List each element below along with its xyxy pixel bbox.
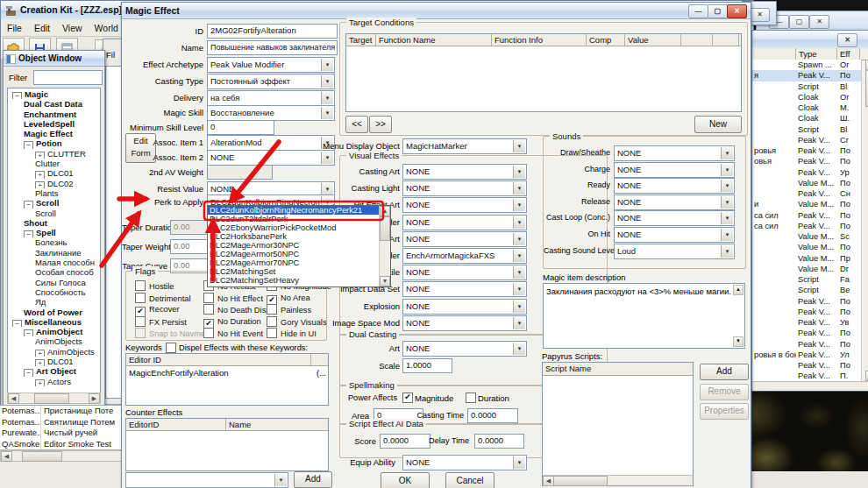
effect-row[interactable]: яPeak V...По [752, 70, 861, 81]
tree-item-dual-cast-data[interactable]: Dual Cast Data [11, 99, 100, 109]
magic-skill-combo[interactable]: Восстановление▼ [207, 105, 335, 121]
tree-item-animobjects[interactable]: AnimObjects [11, 336, 100, 346]
condition-new-button[interactable]: New [694, 116, 742, 133]
effect-row[interactable]: Peak V...По [752, 339, 861, 350]
visual-effect-combo-hit-effect-art[interactable]: NONE▼ [402, 197, 527, 213]
perk-option-dlc2ebonywarriorpickpocketmod[interactable]: DLC2EbonyWarriorPickPocketMod [208, 223, 380, 232]
checkbox-no-death-dispel[interactable] [203, 304, 214, 315]
tree-item-способность[interactable]: Способность [11, 287, 100, 297]
effect-row[interactable]: Peak V...По [752, 360, 861, 371]
flag-hostile[interactable]: Hostile [135, 280, 174, 292]
close-icon[interactable]: ✕ [750, 8, 770, 22]
tree-item-spell[interactable]: −Spell [11, 228, 100, 237]
flag-no-hit-effect[interactable]: No Hit Effect [203, 293, 263, 304]
ok-button[interactable]: OK [381, 472, 430, 488]
counter-effect-combo[interactable]: ▼ [125, 472, 288, 488]
cell-row-purewate[interactable]: Purewate...Чистый ручей [0, 428, 123, 439]
tree-item-заклинание[interactable]: Заклинание [11, 248, 100, 258]
flag-fx-persist[interactable]: FX Persist [135, 316, 187, 328]
scroll-left-icon[interactable]: ◀ [1, 451, 12, 462]
dialog-titlebar[interactable]: Magic Effect — ▢ ✕ [122, 3, 751, 19]
tree-item-dlc01[interactable]: +DLC01 [11, 357, 100, 366]
name-field[interactable]: Повышение навыков заклинателя [207, 40, 338, 55]
expand-icon[interactable]: + [35, 350, 45, 357]
tree-item-малая-способн[interactable]: Малая способн [11, 258, 100, 267]
delivery-combo[interactable]: на себя▼ [207, 90, 335, 106]
menu-view[interactable]: View [56, 20, 89, 36]
effect-row[interactable]: ровьяPeak V...По [752, 145, 861, 156]
checkbox-fx-persist[interactable] [135, 316, 146, 327]
papyrus-properties-button[interactable]: Properties [700, 403, 749, 420]
effect-row[interactable]: Peak V...По [752, 307, 861, 317]
tree-item-magic-effect[interactable]: Magic Effect [11, 129, 100, 138]
expand-icon[interactable]: + [35, 152, 45, 159]
flag-hide-in-ui[interactable]: Hide in UI [267, 328, 317, 339]
perk-option-dlc2magearmor70npc[interactable]: DLC2MageArmor70NPC [208, 258, 380, 267]
checkbox-no-hit-event[interactable] [203, 328, 214, 338]
expand-icon[interactable]: + [35, 181, 45, 188]
checkbox-no-hit-effect[interactable] [203, 293, 214, 303]
script-name-header[interactable]: Script Name [543, 363, 690, 374]
collapse-icon[interactable]: − [24, 201, 33, 208]
tree-item-clutter[interactable]: Clutter [11, 159, 100, 168]
expand-icon[interactable]: + [35, 171, 45, 178]
column-name[interactable] [752, 48, 796, 60]
visual-effect-combo-casting-light[interactable]: NONE▼ [402, 180, 527, 196]
collapse-icon[interactable]: − [24, 141, 33, 148]
assoc-item-2-combo[interactable]: NONE▼ [207, 150, 335, 166]
effect-row[interactable]: иValue M...По [752, 199, 861, 209]
close-icon[interactable]: ✕ [809, 15, 829, 29]
sound-combo-cast-loop-conc[interactable]: NONE▼ [614, 210, 735, 226]
expand-icon[interactable]: + [35, 359, 45, 366]
visual-effect-combo-explosion[interactable]: NONE▼ [402, 299, 527, 315]
expand-icon[interactable]: + [35, 379, 45, 386]
effect-row[interactable]: Peak V...П. [752, 371, 861, 381]
effect-row[interactable]: Peak V...Ур [752, 167, 861, 178]
object-window-titlebar[interactable]: Object Window [4, 51, 104, 67]
tree-item-clutter[interactable]: +CLUTTER [11, 149, 100, 159]
tree-item-особая-способ[interactable]: Особая способ [11, 267, 100, 277]
sound-combo-on-hit[interactable]: NONE▼ [614, 227, 735, 243]
flag-no-hit-event[interactable]: No Hit Event [203, 328, 263, 339]
menu-display-object-combo[interactable]: MagicHatMarker▼ [402, 138, 527, 154]
tree-item-miscellaneous[interactable]: −Miscellaneous [11, 317, 100, 327]
papyrus-horizontal-scrollbar[interactable]: ◀ [543, 475, 693, 485]
tree-item-word-of-power[interactable]: Word of Power [11, 308, 100, 317]
effect-row[interactable]: Peak V...Сн [752, 188, 861, 199]
tree-item-яд[interactable]: Яд [11, 297, 100, 307]
effect-row[interactable]: CloakOr [752, 92, 861, 103]
dispel-keywords-checkbox[interactable] [166, 343, 176, 353]
dropdown-vertical-scrollbar[interactable]: ▲ ▼ [379, 206, 390, 286]
tree-item-scroll[interactable]: Scroll [11, 209, 100, 218]
scroll-down-icon[interactable]: ▼ [380, 276, 390, 286]
visual-effect-combo-casting-art[interactable]: NONE▼ [402, 164, 527, 180]
visual-effect-combo-enchant-shader[interactable]: EnchArmorMagickaFXS▼ [402, 248, 527, 264]
maximize-icon[interactable]: ▢ [708, 4, 728, 18]
keyword-row[interactable]: MagicEnchFortifyAlteration [129, 368, 229, 378]
tree-item-dlc01[interactable]: +DLC01 [11, 168, 100, 178]
papyrus-script-list[interactable]: Script Name ◀ [542, 362, 694, 486]
tree-horizontal-scrollbar[interactable]: ◀ ▶ [7, 393, 101, 404]
perk-option-dlc2magearmor30npc[interactable]: DLC2MageArmor30NPC [208, 241, 380, 250]
counter-header-editorid[interactable]: EditorID [126, 419, 226, 430]
effect-row[interactable]: Value M...По [752, 178, 861, 188]
filter-input[interactable] [33, 70, 103, 85]
effect-row[interactable]: Value M...По [752, 242, 861, 252]
cell-row-qasmoke[interactable]: QASmoke *Editor Smoke Test [0, 439, 123, 450]
scroll-thumb[interactable] [34, 393, 69, 404]
cell-row-potemas[interactable]: Potemas...Пристанище Поте [0, 406, 123, 417]
render-preview[interactable] [751, 391, 868, 473]
counter-add-button[interactable]: Add [294, 471, 332, 488]
condition-column-blank-6[interactable] [713, 34, 739, 46]
perk-option-dlc2dunt2ltdalrperk[interactable]: DLC2dunT2ltdalrPerk [208, 215, 380, 223]
duration-checkbox[interactable] [466, 393, 476, 403]
tree-item-potion[interactable]: −Potion [11, 138, 100, 148]
tree-item-scroll[interactable]: −Scroll [11, 198, 100, 208]
effects-list-titlebar[interactable]: ✕ [752, 31, 868, 49]
menu-edit[interactable]: Edit [28, 20, 56, 36]
cell-horizontal-scrollbar[interactable]: ◀ [0, 450, 125, 462]
scroll-thumb[interactable] [22, 451, 62, 462]
scroll-left-icon[interactable]: ◀ [8, 393, 19, 404]
condition-column-function-name[interactable]: Function Name [376, 34, 492, 46]
condition-prev-button[interactable]: << [345, 116, 368, 133]
